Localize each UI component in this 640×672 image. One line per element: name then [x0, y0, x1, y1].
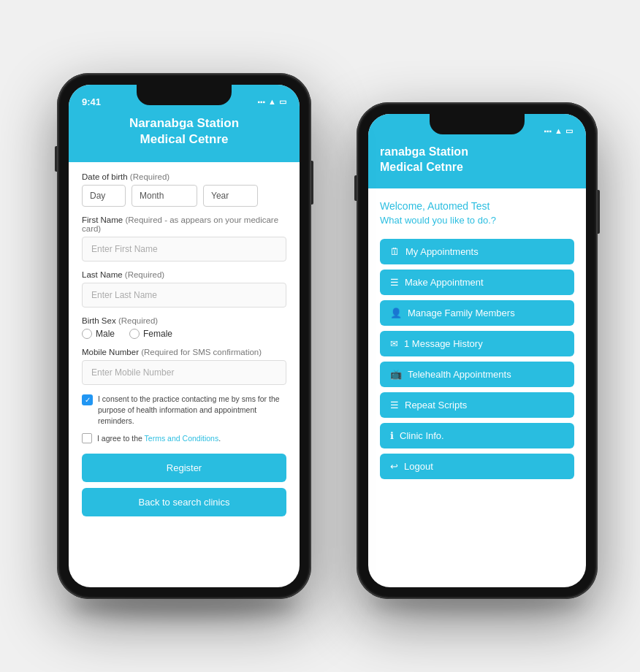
clinic-icon: ℹ	[390, 430, 394, 441]
menu-label-clinic: Clinic Info.	[400, 430, 444, 441]
welcome-greeting: Welcome, Automed Test	[380, 200, 574, 212]
radio-female-label: Female	[143, 329, 172, 339]
wifi-icon-2: ▲	[555, 126, 563, 135]
radio-female[interactable]: Female	[129, 329, 172, 339]
menu-item-telehealth[interactable]: 📺 Telehealth Appointments	[380, 362, 574, 387]
consent-text: I consent to the practice contacting me …	[98, 394, 286, 426]
radio-male[interactable]: Male	[82, 329, 115, 339]
app-header-1: Naranabga StationMedical Cetnre	[69, 112, 300, 162]
menu-label-logout: Logout	[404, 461, 433, 472]
welcome-question: What would you like to do.?	[380, 215, 574, 226]
consent-checkbox[interactable]: ✓	[82, 394, 93, 405]
phone-1-screen: 9:41 ▪▪▪ ▲ ▭ Naranabga StationMedical Ce…	[69, 85, 300, 587]
power-button	[598, 190, 600, 234]
register-button[interactable]: Register	[82, 454, 286, 482]
signal-icon-2: ▪▪▪	[544, 127, 552, 135]
first-name-input[interactable]: Enter First Name	[82, 237, 286, 261]
dob-day-input[interactable]: Day	[82, 185, 126, 207]
dob-label: Date of birth (Required)	[82, 172, 286, 181]
logout-icon: ↩	[390, 461, 398, 472]
menu-item-logout[interactable]: ↩ Logout	[380, 454, 574, 479]
birth-sex-options: Male Female	[82, 329, 286, 339]
last-name-input[interactable]: Enter Last Name	[82, 283, 286, 308]
radio-female-circle	[129, 329, 140, 339]
phone-1-frame: 9:41 ▪▪▪ ▲ ▭ Naranabga StationMedical Ce…	[57, 73, 311, 599]
battery-icon-1: ▭	[279, 97, 286, 107]
consent-row: ✓ I consent to the practice contacting m…	[82, 394, 286, 426]
mobile-group: Mobile Number (Required for SMS confirma…	[82, 348, 286, 385]
menu-label-family: Manage Family Members	[408, 308, 515, 318]
make-appointment-icon: ☰	[390, 277, 399, 288]
menu-label-scripts: Repeat Scripts	[405, 400, 467, 411]
status-icons-2: ▪▪▪ ▲ ▭	[544, 126, 573, 136]
registration-form: Date of birth (Required) Day Month Year …	[69, 162, 300, 584]
menu-item-appointments[interactable]: 🗓 My Appointments	[380, 239, 574, 264]
appointments-icon: 🗓	[390, 246, 400, 257]
phone-2-frame: ▪▪▪ ▲ ▭ ranabga Station Medical Cetnre W…	[357, 102, 598, 599]
menu-item-clinic[interactable]: ℹ Clinic Info.	[380, 423, 574, 448]
scene: ▪▪▪ ▲ ▭ ranabga Station Medical Cetnre W…	[42, 29, 598, 643]
mobile-input[interactable]: Enter Mobile Number	[82, 360, 286, 385]
back-button[interactable]: Back to search clinics	[82, 488, 286, 516]
terms-link[interactable]: Terms and Conditions	[145, 434, 219, 443]
telehealth-icon: 📺	[390, 369, 402, 380]
birth-sex-label: Birth Sex (Required)	[82, 316, 286, 325]
phone-1-inner: 9:41 ▪▪▪ ▲ ▭ Naranabga StationMedical Ce…	[60, 76, 308, 596]
notch-1	[137, 85, 232, 105]
first-name-group: First Name (Required - as appears on you…	[82, 215, 286, 261]
scripts-icon: ☰	[390, 400, 399, 411]
family-icon: 👤	[390, 308, 402, 318]
status-icons-1: ▪▪▪ ▲ ▭	[257, 97, 286, 107]
wifi-icon-1: ▲	[268, 97, 276, 106]
welcome-section: Welcome, Automed Test What would you lik…	[368, 188, 586, 233]
birth-sex-group: Birth Sex (Required) Male Female	[82, 316, 286, 339]
menu-label-telehealth: Telehealth Appointments	[408, 369, 511, 380]
clinic-name-1: Naranabga StationMedical Cetnre	[83, 112, 285, 148]
first-name-label: First Name (Required - as appears on you…	[82, 215, 286, 233]
signal-icon-1: ▪▪▪	[257, 98, 265, 106]
mobile-label: Mobile Number (Required for SMS confirma…	[82, 348, 286, 356]
power-button-1	[311, 161, 313, 205]
terms-row: I agree to the Terms and Conditions.	[82, 433, 286, 443]
menu-item-make-appointment[interactable]: ☰ Make Appointment	[380, 270, 574, 295]
dob-group: Date of birth (Required) Day Month Year	[82, 172, 286, 207]
phone-2-screen: ▪▪▪ ▲ ▭ ranabga Station Medical Cetnre W…	[368, 114, 586, 587]
menu-label-appointments: My Appointments	[405, 246, 479, 257]
menu-item-family[interactable]: 👤 Manage Family Members	[380, 300, 574, 326]
status-time-1: 9:41	[82, 96, 101, 107]
menu-label-messages: 1 Message History	[404, 338, 483, 349]
dob-year-input[interactable]: Year	[203, 185, 258, 207]
battery-icon-2: ▭	[565, 126, 573, 136]
menu-item-scripts[interactable]: ☰ Repeat Scripts	[380, 392, 574, 418]
menu-label-make-appointment: Make Appointment	[405, 277, 484, 288]
radio-male-circle	[82, 329, 92, 339]
menu-list: 🗓 My Appointments ☰ Make Appointment 👤 M…	[368, 233, 586, 485]
last-name-group: Last Name (Required) Enter Last Name	[82, 270, 286, 308]
dob-row: Day Month Year	[82, 185, 286, 207]
radio-male-label: Male	[96, 329, 115, 339]
dob-month-input[interactable]: Month	[132, 185, 197, 207]
notch-2	[430, 114, 525, 134]
phone-2-inner: ▪▪▪ ▲ ▭ ranabga Station Medical Cetnre W…	[359, 105, 595, 596]
last-name-label: Last Name (Required)	[82, 270, 286, 279]
menu-item-messages[interactable]: ✉ 1 Message History	[380, 331, 574, 356]
terms-text: I agree to the Terms and Conditions.	[97, 434, 221, 443]
clinic-name-2: ranabga Station Medical Cetnre	[380, 142, 574, 175]
message-icon: ✉	[390, 338, 398, 349]
terms-checkbox[interactable]	[82, 433, 92, 443]
app-header-2: ranabga Station Medical Cetnre	[368, 142, 586, 188]
